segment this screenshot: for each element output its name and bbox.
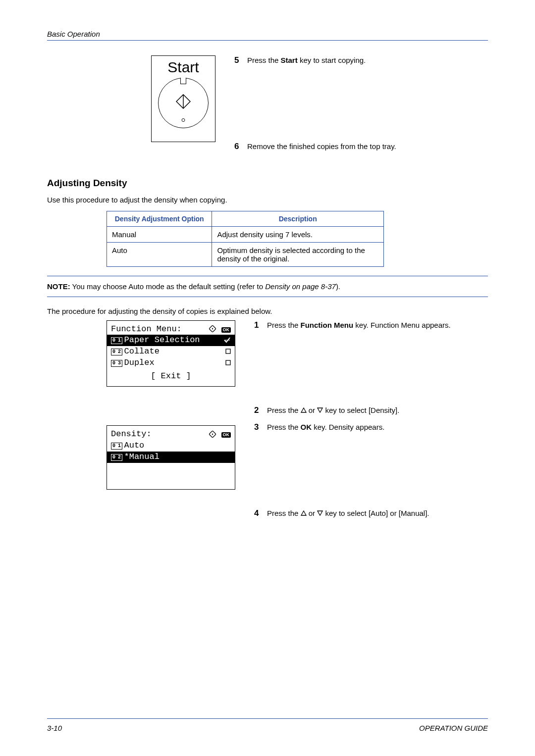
step-number: 5 — [234, 55, 247, 65]
nav-diamond-icon — [209, 429, 216, 439]
start-key-circle — [158, 78, 209, 128]
step-number: 6 — [234, 142, 247, 151]
step-text: Press the or key to select [Density]. — [267, 405, 399, 415]
table-row: Auto Optimum density is selected accordi… — [107, 242, 384, 266]
step-text: Press the Function Menu key. Function Me… — [267, 320, 451, 330]
start-key-label: Start — [167, 59, 199, 76]
lcd-title: Density: — [111, 429, 152, 440]
triangle-up-icon — [301, 509, 307, 517]
page-footer: 3-10 OPERATION GUIDE — [47, 718, 488, 732]
step-5: 5 Press the Start key to start copying. — [234, 55, 488, 65]
triangle-down-icon — [317, 509, 323, 517]
table-row: Manual Adjust density using 7 levels. — [107, 226, 384, 242]
step-text: Press the Start key to start copying. — [247, 55, 366, 65]
step-3: 3 Press the OK key. Density appears. — [254, 422, 488, 432]
svg-point-8 — [212, 434, 213, 435]
step-number: 4 — [254, 508, 267, 518]
step-number: 2 — [254, 405, 267, 415]
heading-adjusting-density: Adjusting Density — [47, 178, 488, 189]
check-icon — [224, 335, 231, 346]
svg-marker-10 — [318, 408, 322, 412]
start-key-row: Start 5 Press the Start key to start cop… — [47, 55, 488, 159]
step-text: Press the OK key. Density appears. — [267, 422, 384, 432]
step-1: 1 Press the Function Menu key. Function … — [254, 320, 488, 330]
nav-diamond-icon — [209, 324, 216, 334]
th-option: Density Adjustment Option — [107, 211, 212, 226]
svg-marker-9 — [301, 408, 306, 412]
start-key-notch — [180, 78, 186, 84]
svg-rect-5 — [226, 349, 230, 353]
lcd-item-selected: 0 2 *Manual — [107, 452, 235, 463]
procedure-intro: The procedure for adjusting the density … — [47, 307, 488, 315]
start-key-illustration: Start — [151, 55, 215, 142]
step-6: 6 Remove the finished copies from the to… — [234, 142, 488, 151]
ok-badge: OK — [221, 432, 231, 438]
lcd-item: 0 2 Collate — [111, 346, 231, 357]
step-text: Press the or key to select [Auto] or [Ma… — [267, 508, 429, 518]
triangle-down-icon — [317, 406, 323, 414]
step-number: 3 — [254, 422, 267, 432]
step-4: 4 Press the or key to select [Auto] or [… — [254, 508, 488, 518]
lcd-exit: [ Exit ] — [111, 369, 231, 382]
step-number: 1 — [254, 320, 267, 330]
lcd-item-selected: 0 1 Paper Selection — [107, 335, 235, 346]
page-header: Basic Operation — [47, 30, 488, 41]
intro-text: Use this procedure to adjust the density… — [47, 196, 488, 204]
guide-label: OPERATION GUIDE — [419, 724, 488, 732]
note-block: NOTE: You may choose Auto mode as the de… — [47, 276, 488, 297]
lcd-item: 0 1 Auto — [111, 440, 231, 452]
lcd-title: Function Menu: — [111, 324, 182, 335]
start-key-led — [182, 118, 185, 122]
triangle-up-icon — [301, 406, 307, 414]
square-icon — [225, 357, 231, 369]
page: Basic Operation Start 5 Press the Start … — [0, 0, 535, 756]
step-text: Remove the finished copies from the top … — [247, 142, 396, 151]
note-label: NOTE: — [47, 282, 70, 291]
note-reference: Density on page 8-37 — [265, 282, 336, 291]
th-description: Description — [212, 211, 384, 226]
lcd-function-menu: Function Menu: OK 0 1 Paper Selection 0 … — [107, 320, 235, 387]
lcd-density: Density: OK 0 1 Auto 0 2 *Manual — [107, 425, 235, 490]
header-section: Basic Operation — [47, 30, 100, 38]
page-number: 3-10 — [47, 724, 62, 732]
svg-rect-6 — [226, 360, 230, 365]
diamond-icon — [176, 94, 191, 110]
procedure-step-4-block: 4 Press the or key to select [Auto] or [… — [47, 508, 488, 525]
procedure-step-1-block: Function Menu: OK 0 1 Paper Selection 0 … — [47, 320, 488, 387]
steps-5-6: 5 Press the Start key to start copying. … — [234, 55, 488, 159]
procedure-step-2-3-block: Density: OK 0 1 Auto 0 2 *Manual 2 — [47, 405, 488, 490]
svg-marker-11 — [301, 511, 306, 515]
svg-point-3 — [212, 328, 213, 329]
step-2: 2 Press the or key to select [Density]. — [254, 405, 488, 415]
square-icon — [225, 346, 231, 357]
density-options-table: Density Adjustment Option Description Ma… — [107, 211, 384, 267]
lcd-item: 0 3 Duplex — [111, 357, 231, 369]
ok-badge: OK — [221, 327, 231, 333]
svg-marker-12 — [318, 511, 322, 515]
